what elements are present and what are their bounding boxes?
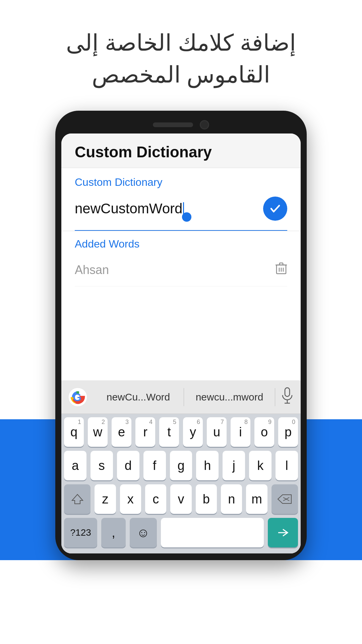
key-v[interactable]: v — [170, 484, 191, 514]
key-h[interactable]: h — [196, 451, 219, 480]
key-e[interactable]: 3e — [112, 417, 131, 447]
added-words-label: Added Words — [75, 238, 287, 250]
phone-top-bar — [61, 117, 301, 133]
key-j[interactable]: j — [223, 451, 245, 480]
key-z[interactable]: z — [95, 484, 116, 514]
app-title: Custom Dictionary — [75, 143, 212, 161]
key-t[interactable]: 5t — [159, 417, 179, 447]
key-n[interactable]: n — [221, 484, 242, 514]
cursor-dot — [182, 212, 191, 222]
key-row-4: ?123 , ☺ — [64, 518, 298, 547]
phone-frame: Custom Dictionary Custom Dictionary newC… — [55, 111, 307, 560]
enter-key[interactable] — [268, 518, 298, 547]
trash-icon[interactable] — [275, 262, 287, 278]
key-l[interactable]: l — [276, 451, 298, 480]
input-row[interactable]: newCustomWord — [75, 191, 287, 231]
word-text: Ahsan — [75, 263, 109, 277]
empty-list-area — [61, 286, 301, 380]
key-o[interactable]: 9o — [254, 417, 274, 447]
backspace-key[interactable] — [272, 484, 298, 514]
phone-speaker — [153, 122, 193, 127]
key-q[interactable]: 1q — [64, 417, 84, 447]
comma-key[interactable]: , — [101, 518, 125, 547]
shift-key[interactable] — [64, 484, 90, 514]
key-c[interactable]: c — [145, 484, 166, 514]
svg-marker-13 — [72, 494, 83, 504]
input-label: Custom Dictionary — [75, 168, 287, 191]
keyboard-area: G newCu...Word newcu...mword — [61, 380, 301, 553]
key-row-2: a s d f g h j k l — [64, 451, 298, 480]
suggestion-1[interactable]: newCu...Word — [93, 388, 184, 406]
key-a[interactable]: a — [64, 451, 86, 480]
svg-rect-10 — [285, 388, 290, 396]
keyboard-rows: 1q 2w 3e 4r 5t 6y 7u 8i 9o 0p a s — [61, 414, 301, 553]
key-w[interactable]: 2w — [88, 417, 108, 447]
key-row-3: z x c v b n m — [64, 484, 298, 514]
key-f[interactable]: f — [143, 451, 166, 480]
key-r[interactable]: 4r — [135, 417, 155, 447]
key-i[interactable]: 8i — [231, 417, 250, 447]
key-u[interactable]: 7u — [207, 417, 227, 447]
svg-text:G: G — [73, 391, 82, 403]
emoji-key[interactable]: ☺ — [130, 518, 157, 547]
key-k[interactable]: k — [249, 451, 272, 480]
key-p[interactable]: 0p — [278, 417, 298, 447]
suggestion-2[interactable]: newcu...mword — [184, 388, 275, 406]
word-input[interactable]: newCustomWord — [75, 201, 256, 217]
key-row-1: 1q 2w 3e 4r 5t 6y 7u 8i 9o 0p — [64, 417, 298, 447]
phone-screen: Custom Dictionary Custom Dictionary newC… — [61, 133, 301, 553]
added-words-section: Added Words Ahsan — [61, 231, 301, 286]
key-g[interactable]: g — [170, 451, 192, 480]
phone-wrapper: Custom Dictionary Custom Dictionary newC… — [0, 111, 362, 560]
top-section: إضافة كلامك الخاصة إلى القاموس المخصص — [0, 0, 362, 104]
input-section: Custom Dictionary newCustomWord — [61, 168, 301, 231]
app-header: Custom Dictionary — [61, 133, 301, 168]
space-key[interactable] — [161, 518, 264, 547]
key-m[interactable]: m — [246, 484, 267, 514]
suggestions-bar: G newCu...Word newcu...mword — [61, 380, 301, 414]
word-list-item: Ahsan — [75, 254, 287, 286]
arabic-title: إضافة كلامك الخاصة إلى القاموس المخصص — [20, 27, 342, 91]
symbols-key[interactable]: ?123 — [64, 518, 97, 547]
key-y[interactable]: 6y — [183, 417, 203, 447]
confirm-button[interactable] — [263, 197, 287, 221]
key-s[interactable]: s — [90, 451, 113, 480]
key-x[interactable]: x — [120, 484, 141, 514]
google-logo: G — [68, 387, 87, 407]
phone-camera — [200, 120, 209, 129]
mic-button[interactable] — [281, 387, 294, 407]
key-d[interactable]: d — [117, 451, 139, 480]
key-b[interactable]: b — [196, 484, 217, 514]
